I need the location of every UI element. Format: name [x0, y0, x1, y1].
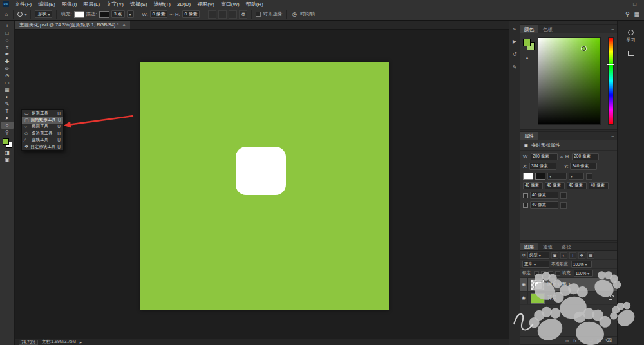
- menu-3d[interactable]: 3D(D): [174, 0, 194, 8]
- zoom-level-field[interactable]: 74.79%: [19, 340, 38, 345]
- path-selection-tool[interactable]: ➤: [1, 115, 14, 122]
- workspace-icon[interactable]: ▦: [632, 11, 641, 17]
- fill-opacity-field[interactable]: 100% ▾: [574, 270, 593, 277]
- prop-fill-swatch[interactable]: [523, 172, 533, 180]
- link-layers-icon[interactable]: ∞: [565, 339, 569, 343]
- actions-icon[interactable]: ▶: [513, 39, 516, 44]
- radius-value-field-2[interactable]: 40 像素: [530, 201, 558, 209]
- stroke-swatch[interactable]: [99, 11, 109, 18]
- filter-adjustment-layers-icon[interactable]: ◐: [560, 252, 567, 259]
- app-logo[interactable]: Ps: [3, 1, 9, 7]
- prop-stroke-type-dropdown[interactable]: ▾: [569, 172, 584, 180]
- crop-tool[interactable]: #: [1, 44, 14, 51]
- stroke-type-dropdown[interactable]: ▾: [127, 10, 134, 18]
- delete-layer-icon[interactable]: ⌫: [605, 338, 612, 343]
- home-icon[interactable]: ⌂: [3, 11, 9, 17]
- path-alignment-icon[interactable]: [218, 10, 227, 19]
- tab-color[interactable]: 颜色: [520, 25, 538, 33]
- filter-pixel-layers-icon[interactable]: ▣: [551, 252, 558, 259]
- menu-help[interactable]: 帮助(H): [243, 0, 267, 8]
- menu-file[interactable]: 文件(F): [12, 0, 35, 8]
- lock-transparency-icon[interactable]: [534, 271, 539, 276]
- type-tool[interactable]: T: [1, 107, 14, 115]
- menu-type[interactable]: 文字(Y): [103, 0, 127, 8]
- brush-tool[interactable]: ✏: [1, 65, 14, 72]
- blend-mode-dropdown[interactable]: 正常 ▾: [522, 261, 549, 268]
- layer-name[interactable]: 背景: [547, 295, 557, 301]
- layer-filter-dropdown[interactable]: 类型 ▾: [527, 252, 549, 259]
- link-wh-icon[interactable]: ∞: [560, 154, 564, 160]
- pasteboard[interactable]: [15, 30, 509, 339]
- eraser-tool[interactable]: ▭: [1, 79, 14, 86]
- new-group-icon[interactable]: ❏: [589, 338, 592, 343]
- shape-tool[interactable]: ○: [1, 122, 14, 129]
- color-picker-marker[interactable]: [582, 46, 586, 51]
- prop-height-field[interactable]: 200 像素: [572, 153, 599, 160]
- stroke-width-field[interactable]: 3 点: [111, 10, 125, 18]
- tab-paths[interactable]: 路径: [557, 243, 576, 250]
- adjustment-layer-icon[interactable]: ◐: [582, 339, 584, 343]
- healing-brush-tool[interactable]: ✚: [1, 58, 14, 65]
- timeline-icon[interactable]: ◷: [290, 11, 298, 17]
- radius-bottom-left-field[interactable]: 40 像素: [567, 182, 587, 189]
- visibility-eye-icon[interactable]: ◉: [520, 292, 528, 304]
- menu-edit[interactable]: 编辑(E): [35, 0, 59, 8]
- align-edges-checkbox[interactable]: [256, 12, 261, 17]
- menu-layer[interactable]: 图层(L): [80, 0, 103, 8]
- dodge-tool[interactable]: ◐: [1, 93, 14, 100]
- hue-slider-marker[interactable]: [607, 64, 614, 65]
- layer-row-rounded-rectangle[interactable]: ◉ 圆角矩形 1: [520, 278, 617, 292]
- document-tab[interactable]: 主题美化.psd @ 74.3%(圆角矩形 1, RGB/8#) * ×: [15, 21, 130, 29]
- flyout-item-custom-shape-tool[interactable]: ❖ 自定形状工具 U: [22, 144, 63, 150]
- radius-value-field-1[interactable]: 40 像素: [530, 192, 558, 199]
- prop-y-field[interactable]: 340 像素: [570, 163, 597, 170]
- filter-type-layers-icon[interactable]: T: [569, 252, 576, 259]
- shape-settings-icon[interactable]: ⚙: [239, 10, 247, 19]
- tab-channels[interactable]: 通道: [538, 243, 557, 250]
- menu-window[interactable]: 窗口(W): [218, 0, 243, 8]
- filter-smart-objects-icon[interactable]: ▦: [587, 252, 594, 259]
- tab-layers[interactable]: 图层: [520, 243, 538, 250]
- menu-view[interactable]: 视图(V): [194, 0, 218, 8]
- rounded-rectangle-shape[interactable]: [236, 147, 286, 195]
- lock-position-icon[interactable]: [548, 271, 553, 276]
- foreground-color-swatch[interactable]: [3, 138, 9, 145]
- move-tool[interactable]: +: [1, 23, 14, 30]
- prop-stroke-swatch[interactable]: [535, 172, 545, 180]
- clone-stamp-tool[interactable]: ⊙: [1, 72, 14, 79]
- zoom-tool[interactable]: ⚲: [1, 129, 14, 136]
- notes-icon[interactable]: ✎: [513, 64, 517, 70]
- tool-preset-caret-icon[interactable]: ▾: [24, 12, 26, 17]
- flyout-item-polygon-tool[interactable]: ◇ 多边形工具 U: [22, 130, 63, 136]
- radius-options-icon-2[interactable]: [560, 202, 567, 209]
- fill-swatch[interactable]: [74, 11, 84, 18]
- link-dimensions-icon[interactable]: ∞: [169, 12, 173, 17]
- marquee-tool[interactable]: □: [1, 30, 14, 37]
- timeline-label[interactable]: 时间轴: [300, 11, 315, 17]
- history-icon[interactable]: ↺: [513, 51, 517, 57]
- prop-x-field[interactable]: 384 像素: [529, 163, 556, 170]
- flyout-item-rounded-rectangle-tool[interactable]: ▢ 圆角矩形工具 U: [22, 117, 63, 123]
- menu-image[interactable]: 图像(I): [59, 0, 80, 8]
- visibility-eye-icon[interactable]: ◉: [520, 278, 528, 291]
- eyedropper-tool[interactable]: ✒: [1, 51, 14, 58]
- hue-slider[interactable]: [608, 37, 614, 125]
- prop-stroke-width-field[interactable]: ▾: [547, 172, 567, 180]
- pen-tool[interactable]: ✎: [1, 100, 14, 107]
- gamut-warning-icon[interactable]: ▲: [525, 55, 529, 60]
- filter-shape-layers-icon[interactable]: ❖: [578, 252, 585, 259]
- radius-link-checkbox[interactable]: [523, 193, 528, 198]
- layer-name[interactable]: 圆角矩形 1: [547, 281, 571, 288]
- new-layer-icon[interactable]: ⊞: [597, 338, 601, 343]
- libraries-button[interactable]: [628, 51, 634, 56]
- radius-link-checkbox-2[interactable]: [523, 203, 528, 208]
- layer-search-icon[interactable]: ⚲: [522, 253, 526, 258]
- layer-thumbnail[interactable]: [531, 279, 545, 290]
- quick-mask-icon[interactable]: ◨: [1, 149, 14, 156]
- layer-style-icon[interactable]: fx: [573, 339, 576, 343]
- current-tool-icon[interactable]: [17, 12, 23, 17]
- close-icon[interactable]: ×: [122, 22, 126, 28]
- panel-menu-icon[interactable]: ≡: [609, 25, 617, 33]
- menu-filter[interactable]: 滤镜(T): [151, 0, 174, 8]
- screen-mode-icon[interactable]: ▣: [1, 156, 14, 163]
